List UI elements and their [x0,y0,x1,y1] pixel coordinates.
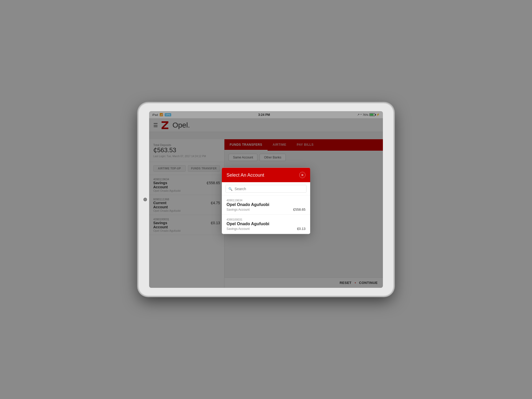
modal-acct-name-1: Opel Onado Agufuobi [227,202,305,207]
modal-accounts-list: 4090119634 Opel Onado Agufuobi Savings A… [222,196,310,234]
select-account-modal: Select An Account × 🔍 4090119634 Opel On… [222,168,310,234]
modal-acct-number-2: 4390100031 [227,218,305,221]
modal-acct-type-1: Savings Account [227,208,250,211]
modal-account-item-2[interactable]: 4390100031 Opel Onado Agufuobi Savings A… [222,215,310,234]
tablet-home-button[interactable] [143,198,147,201]
modal-acct-balance-2: ₵0.13 [297,227,305,231]
search-input[interactable] [235,187,304,191]
modal-acct-number-1: 4090119634 [227,199,305,202]
search-input-wrap: 🔍 [225,185,307,193]
modal-acct-type-2: Savings Account [227,227,250,230]
tablet-screen: iPad 📶 VPN 3:24 PM ↗ * 76% ⚡ ☰ [149,111,383,288]
tablet-frame: Funds Transfer Made Easy and Fun. iPad 📶… [139,103,393,296]
modal-header: Select An Account × [222,168,310,182]
modal-close-button[interactable]: × [299,172,305,178]
modal-acct-balance-1: ₵558.65 [293,208,305,211]
modal-acct-name-2: Opel Onado Agufuobi [227,222,305,226]
search-icon: 🔍 [228,187,232,191]
modal-account-item-1[interactable]: 4090119634 Opel Onado Agufuobi Savings A… [222,196,310,215]
modal-search-area: 🔍 [222,182,310,196]
modal-title: Select An Account [227,172,264,178]
